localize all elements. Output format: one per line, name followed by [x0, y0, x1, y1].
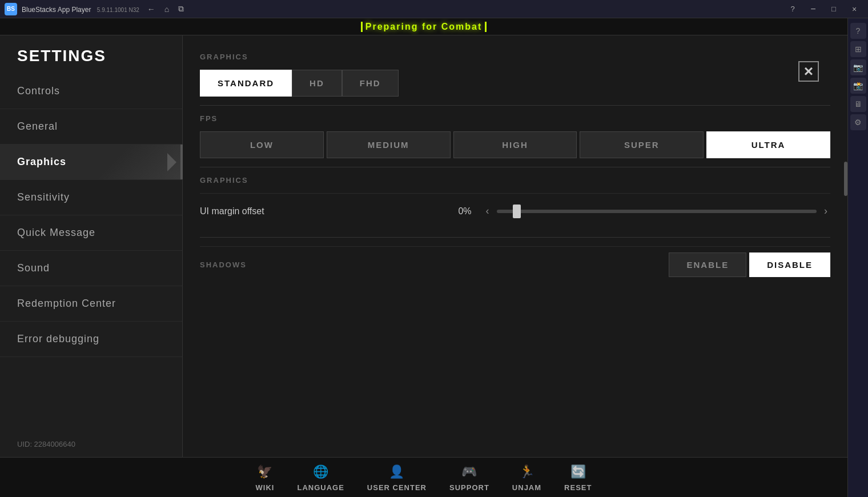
title-bar-nav: ← ⌂ ⧉ — [144, 3, 187, 15]
fps-high-button[interactable]: HIGH — [453, 131, 577, 158]
title-bar-left: BS BlueStacks App Player 5.9.11.1001 N32… — [5, 3, 187, 15]
quality-standard-button[interactable]: STANDARD — [200, 70, 292, 97]
app-name: BlueStacks App Player 5.9.11.1001 N32 — [22, 4, 139, 14]
fps-buttons: LOW MEDIUM HIGH SUPER ULTRA — [200, 131, 830, 158]
settings-panel: × GRAPHICS STANDARD HD FHD FPS LOW MEDIU… — [183, 35, 847, 457]
title-bar-window-controls: ? − □ × — [783, 2, 863, 16]
right-sidebar-icon-screenshot[interactable]: 📸 — [850, 78, 866, 94]
bottom-bar: 🦅 WIKI 🌐 LANGUAGE 👤 USER CENTER 🎮 SUPPOR… — [0, 457, 847, 497]
main-area: Preparing for Combat SETTINGS Controls G… — [0, 18, 847, 497]
wiki-icon: 🦅 — [256, 463, 274, 481]
sidebar-item-sound[interactable]: Sound — [0, 251, 182, 286]
right-sidebar: ? ⊞ 📷 📸 🖥 ⚙ — [847, 18, 868, 497]
unjam-button[interactable]: 🏃 UNJAM — [512, 463, 541, 492]
sidebar-item-quick-message[interactable]: Quick Message — [0, 215, 182, 251]
user-center-label: USER CENTER — [367, 483, 427, 492]
reset-icon: 🔄 — [569, 463, 587, 481]
divider-2 — [200, 167, 830, 167]
fps-section-label: FPS — [200, 114, 830, 123]
unjam-label: UNJAM — [512, 483, 541, 492]
language-label: LANGUAGE — [297, 483, 344, 492]
fps-medium-button[interactable]: MEDIUM — [327, 131, 451, 158]
right-sidebar-icon-help[interactable]: ? — [850, 23, 866, 39]
settings-title: SETTINGS — [0, 35, 182, 74]
right-sidebar-icon-grid[interactable]: ⊞ — [850, 41, 866, 57]
sidebar-item-graphics[interactable]: Graphics — [0, 145, 182, 180]
nav-home-button[interactable]: ⌂ — [161, 3, 172, 15]
language-icon: 🌐 — [312, 463, 330, 481]
support-label: SUPPORT — [449, 483, 489, 492]
wiki-button[interactable]: 🦅 WIKI — [256, 463, 275, 492]
support-icon: 🎮 — [460, 463, 479, 481]
slider-track[interactable] — [497, 210, 817, 213]
slider-container: ‹ › — [483, 202, 830, 220]
slider-thumb[interactable] — [513, 205, 521, 218]
ui-margin-offset-row: UI margin offset 0% ‹ › — [200, 193, 830, 229]
fps-ultra-button[interactable]: ULTRA — [706, 131, 830, 158]
progress-bar: Preparing for Combat — [361, 22, 487, 32]
unjam-icon: 🏃 — [517, 463, 536, 481]
graphics-section-label: GRAPHICS — [200, 53, 830, 61]
scrollbar[interactable] — [843, 35, 847, 457]
top-banner: Preparing for Combat — [0, 18, 847, 35]
slider-left-arrow[interactable]: ‹ — [483, 202, 492, 220]
fps-super-button[interactable]: SUPER — [580, 131, 704, 158]
right-sidebar-icon-display[interactable]: 🖥 — [850, 96, 866, 112]
ui-margin-offset-label: UI margin offset — [200, 206, 432, 217]
sidebar-item-sensitivity[interactable]: Sensitivity — [0, 180, 182, 215]
quality-hd-button[interactable]: HD — [292, 70, 342, 97]
restore-button[interactable]: □ — [825, 2, 843, 16]
uid-label: UID: 2284006640 — [0, 431, 182, 457]
reset-button[interactable]: 🔄 RESET — [564, 463, 592, 492]
title-bar: BS BlueStacks App Player 5.9.11.1001 N32… — [0, 0, 868, 18]
divider-3 — [200, 237, 830, 238]
shadows-disable-button[interactable]: DISABLE — [749, 252, 830, 277]
close-window-button[interactable]: × — [845, 2, 863, 16]
left-nav: SETTINGS Controls General Graphics Sensi… — [0, 35, 183, 457]
progress-indicator-left — [361, 22, 363, 32]
right-sidebar-icon-gear[interactable]: ⚙ — [850, 114, 866, 130]
slider-right-arrow[interactable]: › — [821, 202, 830, 220]
divider-1 — [200, 105, 830, 106]
reset-label: RESET — [564, 483, 592, 492]
nav-duplicate-button[interactable]: ⧉ — [175, 3, 187, 15]
right-sidebar-icon-camera[interactable]: 📷 — [850, 59, 866, 75]
nav-arrow-icon — [167, 153, 176, 171]
sidebar-item-error-debugging[interactable]: Error debugging — [0, 322, 182, 357]
shadows-label: SHADOWS — [200, 260, 669, 269]
sidebar-item-controls[interactable]: Controls — [0, 74, 182, 109]
close-settings-button[interactable]: × — [798, 61, 819, 82]
shadows-row: SHADOWS ENABLE DISABLE — [200, 246, 830, 283]
ui-margin-offset-value: 0% — [443, 206, 472, 217]
fps-low-button[interactable]: LOW — [200, 131, 324, 158]
language-button[interactable]: 🌐 LANGUAGE — [297, 463, 344, 492]
quality-fhd-button[interactable]: FHD — [342, 70, 399, 97]
minimize-button[interactable]: − — [804, 2, 822, 16]
graphics-quality-buttons: STANDARD HD FHD — [200, 70, 830, 97]
shadows-toggle-buttons: ENABLE DISABLE — [669, 252, 830, 277]
user-center-button[interactable]: 👤 USER CENTER — [367, 463, 427, 492]
support-button[interactable]: 🎮 SUPPORT — [449, 463, 489, 492]
shadows-enable-button[interactable]: ENABLE — [669, 252, 746, 277]
banner-title: Preparing for Combat — [365, 22, 482, 32]
app-logo: BS — [5, 3, 17, 15]
help-button[interactable]: ? — [783, 2, 802, 16]
graphics2-section-label: GRAPHICS — [200, 176, 830, 185]
user-center-icon: 👤 — [388, 463, 406, 481]
progress-indicator-right — [485, 22, 487, 32]
sidebar-item-general[interactable]: General — [0, 109, 182, 145]
nav-back-button[interactable]: ← — [144, 3, 159, 15]
content-wrapper: SETTINGS Controls General Graphics Sensi… — [0, 35, 847, 457]
wiki-label: WIKI — [256, 483, 275, 492]
sidebar-item-redemption-center[interactable]: Redemption Center — [0, 286, 182, 322]
